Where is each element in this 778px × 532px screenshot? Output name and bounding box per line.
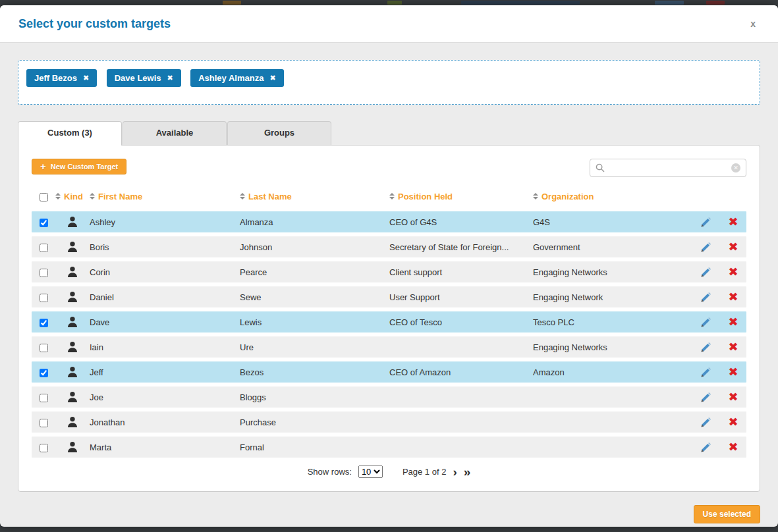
delete-x-icon[interactable]: ✖ [728,365,738,379]
kind-cell [55,441,90,453]
select-all-cell [32,191,55,201]
edit-pencil-icon[interactable] [700,292,711,303]
edit-pencil-icon[interactable] [700,217,711,228]
delete-x-icon[interactable]: ✖ [728,265,738,279]
edit-pencil-icon[interactable] [700,267,711,278]
kind-cell [55,391,90,403]
tab-custom[interactable]: Custom (3) [18,121,122,146]
delete-cell: ✖ [720,366,746,378]
edit-pencil-icon[interactable] [700,417,711,428]
select-all-checkbox[interactable] [40,193,48,201]
row-checkbox[interactable] [40,394,48,402]
close-icon[interactable]: x [746,16,760,32]
row-checkbox-cell [32,442,55,452]
next-page-icon[interactable]: › [453,466,457,478]
panel-toolbar: + New Custom Target ✕ [32,159,746,177]
row-checkbox[interactable] [40,269,48,277]
last-page-icon[interactable]: » [464,466,471,478]
selected-target-chip[interactable]: Dave Lewis ✖ [107,69,181,87]
tab-groups[interactable]: Groups [227,121,331,145]
table-row[interactable]: Iain Ure Engaging Networks ✖ [32,336,746,358]
delete-cell: ✖ [720,241,746,253]
edit-pencil-icon[interactable] [700,442,711,453]
delete-x-icon[interactable]: ✖ [728,315,738,329]
remove-chip-icon[interactable]: ✖ [83,74,89,82]
row-checkbox-cell [32,242,55,252]
delete-x-icon[interactable]: ✖ [728,240,738,253]
remove-chip-icon[interactable]: ✖ [167,74,173,82]
row-checkbox[interactable] [40,444,48,452]
tab-available[interactable]: Available [123,121,227,145]
first-name-cell: Boris [90,242,240,252]
table-row[interactable]: Jonathan Purchase ✖ [32,412,746,433]
table-row[interactable]: Marta Fornal ✖ [32,437,746,458]
kind-cell [55,366,90,378]
first-name-cell: Daniel [90,292,240,302]
selected-target-chip[interactable]: Ashley Almanza ✖ [190,69,283,87]
position-held-cell: User Support [389,292,533,302]
clear-search-icon[interactable]: ✕ [731,163,740,173]
header-kind[interactable]: Kind [55,192,90,201]
last-name-cell: Purchase [240,417,389,427]
delete-cell: ✖ [720,316,746,328]
edit-cell [691,317,720,328]
person-icon [67,391,78,403]
select-targets-modal: Select your custom targets x Jeff Bezos … [0,5,778,527]
page-indicator: Page 1 of 2 [403,467,447,477]
show-rows-select[interactable]: 10 [358,466,383,478]
delete-x-icon[interactable]: ✖ [728,390,738,404]
first-name-cell: Joe [90,392,240,402]
row-checkbox[interactable] [40,244,48,252]
row-checkbox[interactable] [40,419,48,427]
edit-pencil-icon[interactable] [700,342,711,353]
last-name-cell: Lewis [240,317,389,327]
delete-x-icon[interactable]: ✖ [728,215,738,228]
header-first-name[interactable]: First Name [90,192,240,201]
edit-cell [691,242,720,253]
header-organization[interactable]: Organization [533,192,691,201]
selected-target-chip[interactable]: Jeff Bezos ✖ [26,69,97,87]
kind-cell [55,316,90,328]
first-name-cell: Jeff [90,367,240,377]
use-selected-button[interactable]: Use selected [694,505,760,523]
table-row[interactable]: Dave Lewis CEO of Tesco Tesco PLC ✖ [32,311,746,332]
table-row[interactable]: Boris Johnson Secretary of State for For… [32,236,746,257]
table-row[interactable]: Daniel Sewe User Support Engaging Networ… [32,286,746,307]
row-checkbox[interactable] [40,319,48,327]
header-label: Kind [64,192,83,201]
position-held-cell: Secretary of State for Foreign... [389,242,533,252]
header-last-name[interactable]: Last Name [240,192,389,201]
delete-cell: ✖ [720,216,746,228]
first-name-cell: Corin [90,267,240,277]
modal-footer: Use selected [18,505,760,523]
table-row[interactable]: Ashley Almanza CEO of G4S G4S ✖ [32,211,746,232]
background-fragment [655,1,684,5]
new-custom-target-button[interactable]: + New Custom Target [32,159,126,174]
background-fragment [706,1,725,5]
table-row[interactable]: Joe Bloggs ✖ [32,386,746,408]
remove-chip-icon[interactable]: ✖ [269,74,275,82]
delete-x-icon[interactable]: ✖ [728,440,738,454]
row-checkbox[interactable] [40,219,48,227]
delete-x-icon[interactable]: ✖ [728,290,738,304]
row-checkbox[interactable] [40,369,48,377]
edit-pencil-icon[interactable] [700,317,711,328]
background-page [0,0,778,5]
edit-pencil-icon[interactable] [700,367,711,378]
search-input[interactable] [609,163,727,174]
organization-cell: Government [533,242,691,252]
table-row[interactable]: Corin Pearce Client support Engaging Net… [32,261,746,282]
delete-x-icon[interactable]: ✖ [728,415,738,429]
edit-pencil-icon[interactable] [700,392,711,403]
delete-cell: ✖ [720,416,746,428]
last-name-cell: Pearce [240,267,389,277]
delete-x-icon[interactable]: ✖ [728,340,738,354]
table-row[interactable]: Jeff Bezos CEO of Amazon Amazon ✖ [32,361,746,383]
row-checkbox[interactable] [40,294,48,302]
header-position-held[interactable]: Position Held [389,192,533,201]
row-checkbox[interactable] [40,344,48,352]
delete-cell: ✖ [720,291,746,303]
background-fragment [387,1,402,5]
edit-pencil-icon[interactable] [700,242,711,253]
last-name-cell: Fornal [240,442,389,452]
